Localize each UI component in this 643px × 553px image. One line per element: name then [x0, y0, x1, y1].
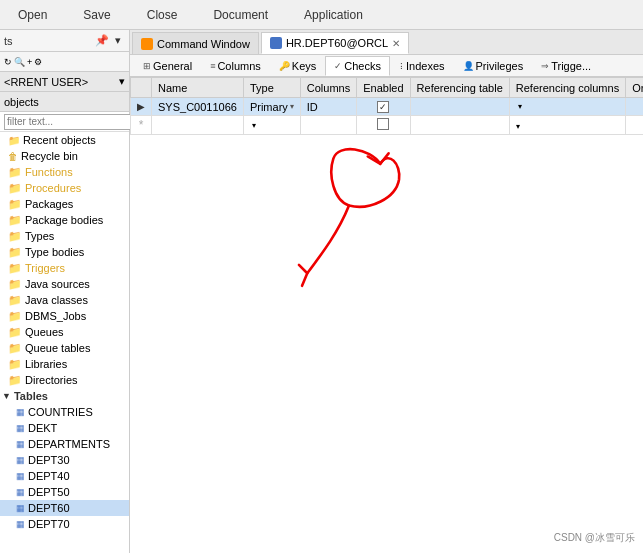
sub-tab-general[interactable]: ⊞ General [134, 56, 201, 76]
tree-item-types[interactable]: 📁 Types [0, 228, 129, 244]
close-button[interactable]: Close [129, 4, 196, 26]
col-header-type[interactable]: Type [243, 78, 300, 98]
tree-item-recycle-bin[interactable]: 🗑 Recycle bin [0, 148, 129, 164]
expand-icon: ▼ [2, 391, 11, 401]
tree-item-queue-tables[interactable]: 📁 Queue tables [0, 340, 129, 356]
tree-item-packages[interactable]: 📁 Packages [0, 196, 129, 212]
tree-item-triggers[interactable]: 📁 Triggers [0, 260, 129, 276]
tab-command-window[interactable]: Command Window [132, 32, 259, 54]
sub-tab-indexes[interactable]: ⫶ Indexes [390, 56, 454, 76]
sub-tab-privileges[interactable]: 👤 Privileges [454, 56, 533, 76]
col-header-or[interactable]: Or [626, 78, 643, 98]
cell-type[interactable]: Primary ▾ [243, 98, 300, 116]
enabled-checkbox[interactable] [377, 101, 389, 113]
tree-item-dept30[interactable]: ▦ DEPT30 [0, 452, 129, 468]
sub-tab-columns[interactable]: ≡ Columns [201, 56, 270, 76]
tree-item-dept70[interactable]: ▦ DEPT70 [0, 516, 129, 532]
tree-item-libraries[interactable]: 📁 Libraries [0, 356, 129, 372]
cell-columns[interactable]: ID [300, 98, 356, 116]
db-icon [270, 37, 282, 49]
pin-icon[interactable]: 📌 [95, 34, 109, 48]
save-button[interactable]: Save [65, 4, 128, 26]
new-row-indicator: * [131, 116, 152, 135]
connections-dropdown[interactable]: <RRENT USER> ▾ [0, 72, 129, 92]
col-header-name[interactable]: Name [152, 78, 244, 98]
cell-ref-cols-new[interactable]: ▾ [509, 116, 625, 135]
left-panel: ts 📌 ▾ ↻ 🔍 + ⚙ <RRENT USER> ▾ objects ..… [0, 30, 130, 553]
col-header-referencing-columns[interactable]: Referencing columns [509, 78, 625, 98]
col-header-enabled[interactable]: Enabled [357, 78, 410, 98]
cell-type-new[interactable]: ▾ [243, 116, 300, 135]
folder-icon: 📁 [8, 166, 22, 179]
tab-close-icon[interactable]: ✕ [392, 38, 400, 49]
columns-icon: ≡ [210, 61, 215, 71]
refresh-icon[interactable]: ↻ [4, 57, 12, 67]
cell-enabled[interactable] [357, 98, 410, 116]
folder-icon: 📁 [8, 294, 22, 307]
tree-item-type-bodies[interactable]: 📁 Type bodies [0, 244, 129, 260]
cell-or-new[interactable] [626, 116, 643, 135]
application-button[interactable]: Application [286, 4, 381, 26]
cell-referencing-columns[interactable]: ▾ [509, 98, 625, 116]
table-icon: ▦ [16, 471, 25, 481]
type-dropdown[interactable]: Primary ▾ [250, 101, 294, 113]
cell-name[interactable]: SYS_C0011066 [152, 98, 244, 116]
tree-item-departments[interactable]: ▦ DEPARTMENTS [0, 436, 129, 452]
tree-item-dept60[interactable]: ▦ DEPT60 [0, 500, 129, 516]
tree-item-dept50[interactable]: ▦ DEPT50 [0, 484, 129, 500]
mini-toolbar: ↻ 🔍 + ⚙ [0, 52, 129, 72]
table-row[interactable]: ▶ SYS_C0011066 Primary ▾ ID [131, 98, 644, 116]
folder-icon: 📁 [8, 262, 22, 275]
tree-item-recent-objects[interactable]: 📁 Recent objects [0, 132, 129, 148]
sub-tab-keys[interactable]: 🔑 Keys [270, 56, 325, 76]
objects-label: objects [0, 92, 129, 112]
row-indicator: ▶ [131, 98, 152, 116]
folder-icon: 📁 [8, 182, 22, 195]
open-button[interactable]: Open [0, 4, 65, 26]
search-icon[interactable]: 🔍 [14, 57, 25, 67]
tree-item-directories[interactable]: 📁 Directories [0, 372, 129, 388]
cell-or[interactable] [626, 98, 643, 116]
tree-item-countries[interactable]: ▦ COUNTRIES [0, 404, 129, 420]
sub-tab-triggers[interactable]: ⇒ Trigge... [532, 56, 600, 76]
ref-col-dropdown-new[interactable]: ▾ [516, 122, 520, 131]
settings-icon[interactable]: ⚙ [34, 57, 42, 67]
table-icon: ▦ [16, 439, 25, 449]
tree-item-java-sources[interactable]: 📁 Java sources [0, 276, 129, 292]
document-button[interactable]: Document [195, 4, 286, 26]
table-row-new[interactable]: * ▾ [131, 116, 644, 135]
tree-item-package-bodies[interactable]: 📁 Package bodies [0, 212, 129, 228]
cell-referencing-table[interactable] [410, 98, 509, 116]
cell-columns-new[interactable] [300, 116, 356, 135]
col-header-referencing-table[interactable]: Referencing table [410, 78, 509, 98]
tree-section-tables[interactable]: ▼ Tables [0, 388, 129, 404]
checks-icon: ✓ [334, 61, 342, 71]
folder-icon: 📁 [8, 342, 22, 355]
general-icon: ⊞ [143, 61, 151, 71]
cell-enabled-new[interactable] [357, 116, 410, 135]
type-dropdown-new[interactable]: ▾ [252, 121, 256, 130]
add-icon[interactable]: + [27, 57, 32, 67]
tab-bar: Command Window HR.DEPT60@ORCL ✕ [130, 30, 643, 55]
ref-col-dropdown[interactable]: ▾ [518, 102, 522, 111]
dropdown-arrow-icon[interactable]: ▾ [290, 102, 294, 111]
col-header-columns[interactable]: Columns [300, 78, 356, 98]
panel-menu-icon[interactable]: ▾ [111, 34, 125, 48]
tree-item-dept40[interactable]: ▦ DEPT40 [0, 468, 129, 484]
tree-item-procedures[interactable]: 📁 Procedures [0, 180, 129, 196]
enabled-checkbox-new[interactable] [377, 118, 389, 130]
tree-item-dekt[interactable]: ▦ DEKT [0, 420, 129, 436]
cmd-icon [141, 38, 153, 50]
tree-item-functions[interactable]: 📁 Functions [0, 164, 129, 180]
tab-hr-dept60[interactable]: HR.DEPT60@ORCL ✕ [261, 32, 409, 54]
cell-name-new[interactable] [152, 116, 244, 135]
sub-tab-checks[interactable]: ✓ Checks [325, 56, 390, 76]
panel-icons: 📌 ▾ [95, 34, 125, 48]
tree-item-dbms-jobs[interactable]: 📁 DBMS_Jobs [0, 308, 129, 324]
table-icon: ▦ [16, 487, 25, 497]
filter-input[interactable] [4, 114, 137, 130]
cell-ref-table-new[interactable] [410, 116, 509, 135]
tree-item-queues[interactable]: 📁 Queues [0, 324, 129, 340]
tree-item-java-classes[interactable]: 📁 Java classes [0, 292, 129, 308]
folder-icon: 📁 [8, 135, 20, 146]
